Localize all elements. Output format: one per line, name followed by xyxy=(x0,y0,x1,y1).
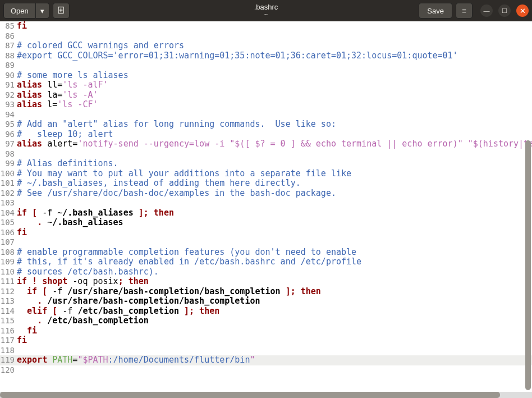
code-line[interactable]: 104if [ -f ~/.bash_aliases ]; then xyxy=(0,208,532,218)
code-content[interactable]: fi xyxy=(17,326,532,336)
close-button[interactable]: ✕ xyxy=(516,4,529,17)
code-line[interactable]: 113 . /usr/share/bash-completion/bash_co… xyxy=(0,296,532,306)
code-content[interactable]: fi xyxy=(17,228,532,238)
code-line[interactable]: 88#export GCC_COLORS='error=01;31:warnin… xyxy=(0,51,532,61)
code-content[interactable]: alias alert='notify-send --urgency=low -… xyxy=(17,139,532,149)
code-content[interactable]: . /usr/share/bash-completion/bash_comple… xyxy=(17,296,532,306)
code-content[interactable]: if [ -f /usr/share/bash-completion/bash_… xyxy=(17,287,532,297)
code-content[interactable] xyxy=(17,61,532,71)
code-content[interactable]: alias la='ls -A' xyxy=(17,90,532,100)
code-content[interactable] xyxy=(17,31,532,42)
code-content[interactable]: fi xyxy=(17,336,532,346)
code-content[interactable]: # this, if it's already enabled in /etc/… xyxy=(17,257,532,267)
code-content[interactable] xyxy=(17,365,532,376)
titlebar-left: Open ▾ xyxy=(3,3,70,19)
line-number: 101 xyxy=(0,179,17,189)
code-content[interactable]: elif [ -f /etc/bash_completion ]; then xyxy=(17,306,532,317)
line-number: 88 xyxy=(0,51,17,61)
code-line[interactable]: 117fi xyxy=(0,336,532,346)
code-line[interactable]: 111if ! shopt -oq posix; then xyxy=(0,277,532,287)
code-line[interactable]: 108# enable programmable completion feat… xyxy=(0,248,532,258)
vertical-scrollbar[interactable] xyxy=(525,22,531,390)
hamburger-menu-button[interactable]: ≡ xyxy=(456,3,473,19)
code-line[interactable]: 86 xyxy=(0,31,532,42)
code-line[interactable]: 106fi xyxy=(0,228,532,238)
code-line[interactable]: 85fi xyxy=(0,21,532,31)
code-line[interactable]: 91alias ll='ls -alF' xyxy=(0,80,532,90)
code-content[interactable] xyxy=(17,237,532,248)
code-line[interactable]: 94 xyxy=(0,110,532,120)
minimize-button[interactable]: — xyxy=(480,4,493,17)
code-content[interactable]: if [ -f ~/.bash_aliases ]; then xyxy=(17,208,532,218)
code-content[interactable]: # some more ls aliases xyxy=(17,71,532,81)
open-dropdown-button[interactable]: ▾ xyxy=(36,3,49,19)
code-line[interactable]: 90# some more ls aliases xyxy=(0,71,532,81)
code-line[interactable]: 98 xyxy=(0,149,532,159)
document-subtitle: ~ xyxy=(254,11,278,18)
horizontal-scrollbar-thumb[interactable] xyxy=(0,392,500,398)
code-line[interactable]: 107 xyxy=(0,237,532,248)
code-content[interactable]: if ! shopt -oq posix; then xyxy=(17,277,532,287)
open-button[interactable]: Open xyxy=(3,3,36,19)
code-content[interactable]: # colored GCC warnings and errors xyxy=(17,41,532,51)
code-line[interactable]: 112 if [ -f /usr/share/bash-completion/b… xyxy=(0,287,532,297)
code-line[interactable]: 92alias la='ls -A' xyxy=(0,90,532,100)
code-content[interactable]: # Alias definitions. xyxy=(17,159,532,169)
line-number: 99 xyxy=(0,159,17,169)
code-content[interactable] xyxy=(17,198,532,208)
code-content[interactable]: alias ll='ls -alF' xyxy=(17,80,532,90)
new-document-icon xyxy=(57,6,65,16)
code-content[interactable]: # sleep 10; alert xyxy=(17,130,532,140)
line-number: 100 xyxy=(0,169,17,179)
code-content[interactable] xyxy=(17,110,532,120)
code-line[interactable]: 105 . ~/.bash_aliases xyxy=(0,218,532,228)
code-line[interactable]: 87# colored GCC warnings and errors xyxy=(0,41,532,51)
code-line[interactable]: 93alias l='ls -CF' xyxy=(0,100,532,110)
code-content[interactable]: alias l='ls -CF' xyxy=(17,100,532,110)
code-content[interactable]: #export GCC_COLORS='error=01;31:warning=… xyxy=(17,51,532,61)
code-content[interactable]: # ~/.bash_aliases, instead of adding the… xyxy=(17,179,532,189)
code-content[interactable]: # See /usr/share/doc/bash-doc/examples i… xyxy=(17,189,532,199)
vertical-scrollbar-thumb[interactable] xyxy=(525,140,531,390)
code-line[interactable]: 99# Alias definitions. xyxy=(0,159,532,169)
code-content[interactable]: . /etc/bash_completion xyxy=(17,316,532,326)
code-line[interactable]: 96# sleep 10; alert xyxy=(0,130,532,140)
code-line[interactable]: 118 xyxy=(0,346,532,356)
code-line[interactable]: 109# this, if it's already enabled in /e… xyxy=(0,257,532,267)
code-content[interactable]: . ~/.bash_aliases xyxy=(17,218,532,228)
line-number: 105 xyxy=(0,218,17,228)
code-line[interactable]: 89 xyxy=(0,61,532,71)
save-button[interactable]: Save xyxy=(419,3,452,19)
code-content[interactable]: # You may want to put all your additions… xyxy=(17,169,532,179)
editor-area[interactable]: 85fi86 87# colored GCC warnings and erro… xyxy=(0,21,532,392)
maximize-button[interactable]: ☐ xyxy=(498,4,511,17)
code-content[interactable] xyxy=(17,346,532,356)
code-line[interactable]: 97alias alert='notify-send --urgency=low… xyxy=(0,139,532,149)
code-content[interactable]: # sources /etc/bash.bashrc). xyxy=(17,267,532,277)
code-content[interactable]: export PATH="$PATH:/home/Documents/flutt… xyxy=(17,355,532,365)
code-line[interactable]: 103 xyxy=(0,198,532,208)
code-line[interactable]: 102# See /usr/share/doc/bash-doc/example… xyxy=(0,189,532,199)
code-line[interactable]: 110# sources /etc/bash.bashrc). xyxy=(0,267,532,277)
line-number: 95 xyxy=(0,120,17,130)
code-line[interactable]: 119export PATH="$PATH:/home/Documents/fl… xyxy=(0,355,532,365)
new-tab-button[interactable] xyxy=(53,3,70,19)
code-content[interactable]: fi xyxy=(17,21,532,31)
code-line[interactable]: 115 . /etc/bash_completion xyxy=(0,316,532,326)
code-line[interactable]: 120 xyxy=(0,365,532,376)
code-content[interactable] xyxy=(17,149,532,159)
code-line[interactable]: 95# Add an "alert" alias for long runnin… xyxy=(0,120,532,130)
horizontal-scrollbar[interactable] xyxy=(0,392,532,398)
line-number: 108 xyxy=(0,248,17,258)
line-number: 93 xyxy=(0,100,17,110)
code-line[interactable]: 116 fi xyxy=(0,326,532,336)
code-line[interactable]: 114 elif [ -f /etc/bash_completion ]; th… xyxy=(0,306,532,317)
line-number: 106 xyxy=(0,228,17,238)
code-content[interactable]: # Add an "alert" alias for long running … xyxy=(17,120,532,130)
maximize-icon: ☐ xyxy=(502,7,507,15)
code-line[interactable]: 100# You may want to put all your additi… xyxy=(0,169,532,179)
line-number: 109 xyxy=(0,257,17,267)
line-number: 107 xyxy=(0,237,17,248)
code-content[interactable]: # enable programmable completion feature… xyxy=(17,248,532,258)
code-line[interactable]: 101# ~/.bash_aliases, instead of adding … xyxy=(0,179,532,189)
